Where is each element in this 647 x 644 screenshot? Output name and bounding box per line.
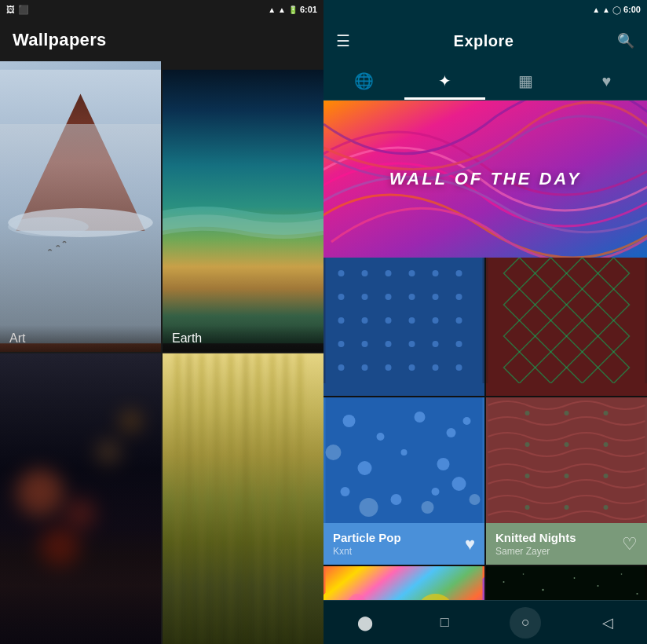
svg-point-41 <box>415 412 426 423</box>
tabs-bar: 🌐 ✦ ▦ ♥ <box>324 63 647 101</box>
svg-point-61 <box>604 442 609 447</box>
svg-rect-68 <box>326 566 483 600</box>
gallery-icon: 🖼 <box>6 5 15 14</box>
svg-point-49 <box>432 488 440 496</box>
svg-point-14 <box>362 294 368 300</box>
svg-point-26 <box>362 341 368 347</box>
right-signal-icon: ▲ <box>602 5 610 14</box>
svg-point-77 <box>503 581 505 583</box>
svg-point-51 <box>360 498 378 517</box>
left-panel: 🖼 ⬛ ▲ ▲ 🔋 6:01 Wallpapers <box>0 0 324 644</box>
svg-point-9 <box>386 270 392 276</box>
wall-of-day[interactable]: WALL OF THE DAY <box>324 101 647 258</box>
svg-point-52 <box>422 501 434 514</box>
svg-point-60 <box>565 442 569 447</box>
particle-pop-card[interactable]: Particle Pop Kxnt ♥ <box>324 397 484 565</box>
svg-point-64 <box>604 474 609 478</box>
svg-point-58 <box>604 411 609 415</box>
dots-info <box>324 383 484 396</box>
svg-point-22 <box>409 317 415 324</box>
svg-point-56 <box>525 411 530 415</box>
svg-point-80 <box>574 577 576 579</box>
signal-icon: ▲ <box>278 5 286 14</box>
earth-tile[interactable]: Earth <box>163 61 324 352</box>
svg-point-40 <box>377 433 385 441</box>
bottom-nav: ⬤ □ ○ ◁ <box>324 600 647 644</box>
left-status-icons: 🖼 ⬛ <box>6 5 29 15</box>
stripes-card[interactable] <box>324 566 484 600</box>
svg-point-29 <box>433 341 439 347</box>
svg-point-3 <box>8 217 89 236</box>
knitted-nights-card[interactable]: Knitted Nights Samer Zayer ♡ <box>486 397 647 565</box>
svg-point-10 <box>409 270 415 276</box>
svg-point-59 <box>525 442 530 447</box>
camera-nav-icon[interactable]: ⬤ <box>351 608 379 638</box>
svg-point-15 <box>386 294 392 300</box>
svg-point-54 <box>470 494 481 505</box>
svg-point-32 <box>362 364 368 371</box>
knitted-nights-heart[interactable]: ♡ <box>622 534 638 554</box>
right-time: 6:00 <box>623 5 641 14</box>
art-tile[interactable]: Art <box>0 61 161 352</box>
svg-rect-4 <box>163 70 324 344</box>
svg-rect-37 <box>488 258 645 383</box>
night-city-card[interactable] <box>486 566 647 600</box>
svg-point-28 <box>409 341 415 347</box>
svg-point-47 <box>341 487 350 496</box>
header-icons: 🔍 <box>617 32 634 49</box>
svg-point-24 <box>456 317 462 324</box>
particle-pop-title: Particle Pop <box>333 531 401 544</box>
menu-icon[interactable]: ☰ <box>336 31 350 50</box>
svg-point-48 <box>391 494 402 505</box>
knitted-nights-author: Samer Zayer <box>495 546 576 557</box>
svg-point-50 <box>452 477 466 491</box>
battery-icon: 🔋 <box>288 5 298 14</box>
svg-point-81 <box>598 585 599 587</box>
forest-tile[interactable] <box>163 353 324 644</box>
svg-point-42 <box>447 428 456 437</box>
svg-point-20 <box>362 317 368 324</box>
globe-icon: 🌐 <box>354 71 374 90</box>
svg-point-67 <box>604 505 609 510</box>
left-time: 6:01 <box>300 5 317 14</box>
tab-globe[interactable]: 🌐 <box>324 62 404 100</box>
wifi-icon: ▲ <box>268 5 276 14</box>
knitted-nights-text: Knitted Nights Samer Zayer <box>495 531 576 557</box>
night-city-thumbnail <box>486 566 647 600</box>
stripes-thumbnail <box>324 566 484 600</box>
particle-pop-info: Particle Pop Kxnt ♥ <box>324 523 484 565</box>
knitted-nights-thumbnail <box>486 397 647 523</box>
right-battery-icon: ◯ <box>612 5 621 14</box>
svg-point-8 <box>362 270 368 276</box>
svg-rect-73 <box>488 566 645 600</box>
svg-point-31 <box>338 364 345 371</box>
svg-point-21 <box>386 317 392 324</box>
recents-nav-icon[interactable]: □ <box>434 608 455 637</box>
tab-favorites[interactable]: ♥ <box>566 62 647 100</box>
left-status-bar: 🖼 ⬛ ▲ ▲ 🔋 6:01 <box>0 0 324 19</box>
svg-point-79 <box>542 589 543 591</box>
tab-explore[interactable]: ✦ <box>404 62 485 100</box>
svg-point-65 <box>525 505 530 510</box>
cards-grid: Particle Pop Kxnt ♥ <box>324 258 647 600</box>
svg-point-30 <box>456 341 462 347</box>
search-icon[interactable]: 🔍 <box>617 32 634 49</box>
screenshot-icon: ⬛ <box>18 5 29 15</box>
diamonds-info <box>486 383 647 396</box>
tab-collection[interactable]: ▦ <box>485 62 566 100</box>
back-nav-icon[interactable]: ◁ <box>596 608 620 638</box>
right-header: ☰ Explore 🔍 <box>324 19 647 63</box>
city-tile[interactable] <box>0 353 161 644</box>
svg-point-46 <box>463 417 471 425</box>
wall-of-day-title: WALL OF THE DAY <box>389 169 582 189</box>
svg-point-2 <box>8 208 153 237</box>
particle-pop-heart[interactable]: ♥ <box>465 534 475 554</box>
svg-point-33 <box>386 364 392 371</box>
dots-card[interactable] <box>324 258 484 396</box>
svg-point-36 <box>456 364 462 371</box>
svg-point-25 <box>338 341 345 347</box>
home-nav-icon[interactable]: ○ <box>510 607 541 639</box>
svg-point-44 <box>401 449 408 456</box>
collection-icon: ▦ <box>518 71 533 90</box>
diamonds-card[interactable] <box>486 258 647 396</box>
